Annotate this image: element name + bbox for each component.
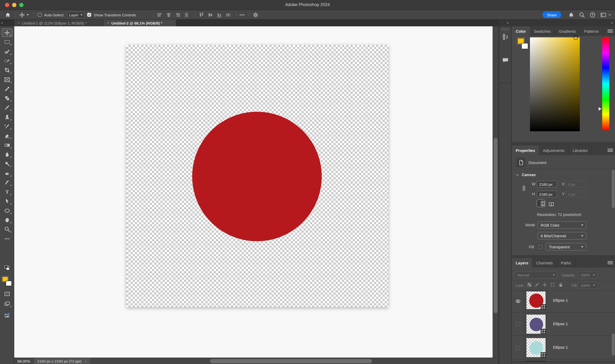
- workspace-icon[interactable]: [601, 12, 606, 18]
- tab-paths[interactable]: Paths: [557, 258, 575, 268]
- layer-thumbnail[interactable]: [526, 338, 546, 358]
- tab-swatches[interactable]: Swatches: [530, 26, 555, 36]
- vertical-scrollbar[interactable]: [493, 26, 498, 358]
- clone-stamp-tool[interactable]: [2, 113, 12, 121]
- comments-icon[interactable]: [502, 57, 509, 64]
- height-field[interactable]: 2160 px: [537, 191, 557, 197]
- tab-layers[interactable]: Layers: [512, 258, 532, 268]
- move-tool-icon[interactable]: [19, 12, 25, 18]
- panel-menu-icon[interactable]: [608, 261, 613, 264]
- help-icon[interactable]: ?: [590, 12, 595, 18]
- tab-untitled-2[interactable]: × Untitled-2 @ 68.1% (RGB/8) *: [104, 20, 176, 26]
- tab-gradients[interactable]: Gradients: [555, 26, 580, 36]
- panel-menu-icon[interactable]: [608, 29, 613, 33]
- layer-row[interactable]: Ellipse 1: [512, 336, 615, 359]
- move-tool[interactable]: [2, 28, 12, 37]
- search-icon[interactable]: [579, 12, 585, 18]
- type-tool[interactable]: T: [2, 187, 12, 196]
- layer-thumbnail[interactable]: [526, 291, 546, 310]
- path-selection-tool[interactable]: [2, 197, 12, 206]
- selection-brush-tool[interactable]: [2, 47, 12, 56]
- tab-channels[interactable]: Channels: [532, 258, 557, 268]
- bits-select[interactable]: 8 Bits/Channel: [537, 232, 587, 239]
- portrait-orientation-button[interactable]: [537, 200, 545, 207]
- auto-select-dropdown[interactable]: Layer: [67, 12, 85, 18]
- horizontal-scrollbar-thumb[interactable]: [210, 359, 372, 363]
- visibility-eye-icon[interactable]: [515, 299, 521, 304]
- drag-grip[interactable]: [502, 28, 509, 30]
- layers-scrollbar-thumb[interactable]: [612, 333, 615, 355]
- align-center-horizontal-icon[interactable]: [166, 12, 171, 18]
- fill-select[interactable]: 100%: [578, 282, 598, 289]
- background-color-swatch[interactable]: [6, 281, 12, 286]
- history-icon[interactable]: [502, 33, 509, 40]
- layer-name[interactable]: Ellipse 1: [553, 322, 568, 326]
- link-dimensions-icon[interactable]: [521, 185, 527, 191]
- default-colors-icon[interactable]: [2, 264, 12, 273]
- collapse-panels-icon[interactable]: «: [507, 21, 508, 25]
- opacity-select[interactable]: 100%: [578, 272, 598, 279]
- frame-tool[interactable]: [2, 75, 12, 84]
- blend-mode-select[interactable]: Normal: [515, 272, 557, 279]
- close-tab-icon[interactable]: ×: [18, 21, 20, 25]
- healing-brush-tool[interactable]: [2, 94, 12, 103]
- quick-mask-icon[interactable]: [2, 290, 12, 298]
- blur-tool[interactable]: [2, 150, 12, 159]
- align-middle-icon[interactable]: [208, 12, 213, 18]
- ellipse-shape-tool[interactable]: [2, 206, 12, 215]
- gear-icon[interactable]: [253, 12, 258, 18]
- align-left-icon[interactable]: [157, 12, 163, 18]
- more-options-icon[interactable]: [239, 12, 245, 18]
- hue-slider-marker[interactable]: [599, 107, 602, 111]
- tab-properties[interactable]: Properties: [512, 145, 539, 155]
- visibility-toggle[interactable]: [516, 345, 520, 350]
- saturation-brightness-field[interactable]: [530, 37, 580, 131]
- layer-name[interactable]: Ellipse 1: [553, 345, 568, 350]
- lock-transparent-icon[interactable]: [527, 283, 532, 287]
- color-field-marker[interactable]: [573, 35, 578, 40]
- properties-scrollbar-thumb[interactable]: [612, 170, 615, 208]
- layer-row[interactable]: Ellipse 1: [512, 290, 615, 312]
- document-viewport[interactable]: 68.05% 2160 px x 2160 px (72 ppi) ›: [14, 26, 498, 364]
- lock-paint-icon[interactable]: [535, 283, 539, 287]
- dodge-tool[interactable]: [2, 159, 12, 168]
- align-top-icon[interactable]: [199, 12, 204, 18]
- background-color-swatch[interactable]: [521, 43, 528, 49]
- ellipse-layer-shape[interactable]: [192, 112, 322, 241]
- tab-adjustments[interactable]: Adjustments: [539, 145, 569, 155]
- hue-slider[interactable]: [602, 37, 609, 130]
- object-selection-tool[interactable]: [2, 57, 12, 65]
- lock-position-icon[interactable]: [542, 283, 547, 287]
- chevron-down-icon[interactable]: [27, 14, 29, 15]
- chevron-right-icon[interactable]: ›: [85, 359, 86, 363]
- zoom-level[interactable]: 68.05%: [17, 359, 30, 363]
- screen-mode-icon[interactable]: [2, 299, 12, 308]
- panel-menu-icon[interactable]: [608, 149, 613, 152]
- generative-ai-icon[interactable]: [2, 311, 12, 320]
- expand-panels-icon[interactable]: »: [611, 21, 613, 25]
- burn-tool[interactable]: [2, 169, 12, 177]
- gradient-tool[interactable]: [2, 141, 12, 149]
- transparent-canvas[interactable]: [126, 45, 388, 307]
- layer-row-partial[interactable]: [512, 359, 615, 362]
- pen-tool[interactable]: [2, 178, 12, 187]
- auto-select-checkbox[interactable]: [38, 13, 42, 17]
- y-field[interactable]: 0 px: [566, 191, 586, 197]
- brush-tool[interactable]: [2, 103, 12, 112]
- canvas-section-header[interactable]: Canvas: [515, 173, 536, 177]
- share-button[interactable]: Share: [542, 11, 561, 18]
- hand-tool[interactable]: [2, 216, 12, 224]
- notifications-bell-icon[interactable]: [568, 12, 574, 18]
- fill-select[interactable]: Transparent: [546, 243, 587, 250]
- document-size-box[interactable]: 2160 px x 2160 px (72 ppi) ›: [34, 358, 90, 364]
- x-field[interactable]: 0 px: [566, 181, 586, 187]
- history-brush-tool[interactable]: [2, 122, 12, 130]
- zoom-tool[interactable]: [2, 225, 12, 234]
- vertical-scrollbar-thumb[interactable]: [494, 138, 497, 313]
- eyedropper-tool[interactable]: [2, 85, 12, 93]
- eraser-tool[interactable]: [2, 131, 12, 140]
- close-tab-icon[interactable]: ×: [107, 21, 109, 25]
- tab-patterns[interactable]: Patterns: [580, 26, 603, 36]
- tab-libraries[interactable]: Libraries: [569, 145, 592, 155]
- fill-swatch[interactable]: [537, 244, 544, 250]
